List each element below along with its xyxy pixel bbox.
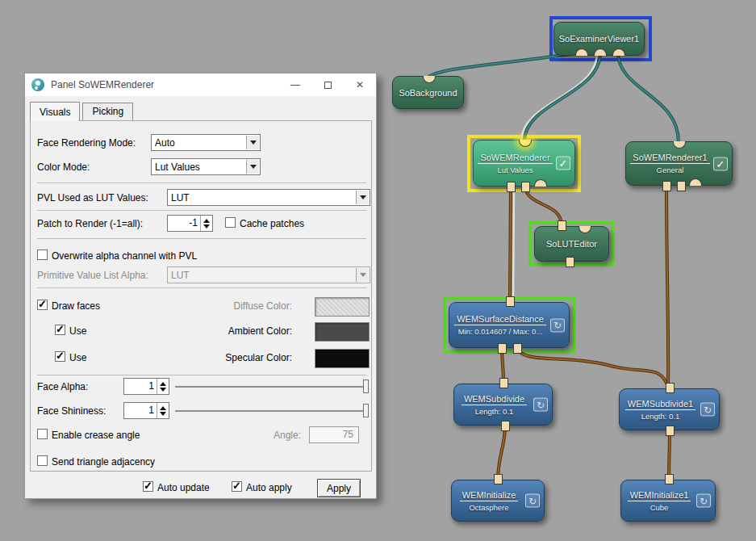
input-connector[interactable] bbox=[662, 181, 671, 191]
apply-button[interactable]: Apply bbox=[317, 479, 361, 497]
stepper-buttons[interactable] bbox=[157, 379, 169, 394]
face-alpha-stepper[interactable]: 1 bbox=[123, 378, 169, 395]
face-shininess-slider[interactable] bbox=[175, 402, 369, 419]
chevron-down-icon[interactable] bbox=[246, 136, 259, 149]
separator bbox=[37, 287, 366, 288]
pvl-lut-select[interactable]: LUT bbox=[167, 189, 370, 206]
input-connector[interactable] bbox=[513, 343, 522, 354]
color-mode-label: Color Mode: bbox=[37, 161, 90, 173]
node-sowemrenderer1[interactable]: SoWEMRenderer1 General bbox=[625, 141, 733, 186]
node-title: SoLUTEditor bbox=[546, 239, 597, 249]
output-connector[interactable] bbox=[673, 141, 686, 149]
output-connector[interactable] bbox=[519, 140, 532, 147]
node-weminitialize1[interactable]: WEMInitialize1 Cube bbox=[620, 480, 716, 522]
angle-field: 75 bbox=[309, 426, 359, 443]
face-shininess-stepper[interactable]: 1 bbox=[123, 402, 169, 419]
face-rendering-mode-value: Auto bbox=[155, 137, 175, 149]
wire-sowemrenderer1-viewer[interactable] bbox=[618, 52, 679, 142]
stepper-buttons[interactable] bbox=[157, 403, 169, 418]
patch-to-render-stepper[interactable]: -1 bbox=[167, 215, 213, 232]
slider-handle[interactable] bbox=[363, 404, 369, 417]
cache-patches-checkbox[interactable] bbox=[225, 217, 236, 228]
specular-color-swatch[interactable] bbox=[315, 349, 370, 368]
input-connector[interactable] bbox=[689, 178, 702, 186]
draw-faces-checkbox[interactable] bbox=[37, 300, 48, 310]
refresh-icon[interactable] bbox=[525, 494, 540, 508]
input-connector[interactable] bbox=[498, 343, 507, 354]
step-up-icon bbox=[160, 379, 166, 386]
output-connector[interactable] bbox=[666, 383, 675, 393]
node-enable-checkbox-icon[interactable] bbox=[713, 157, 728, 170]
wire-wemsurfacedistance-sowemrenderer[interactable] bbox=[510, 186, 511, 303]
color-mode-select[interactable]: Lut Values bbox=[151, 158, 261, 175]
patch-to-render-value: -1 bbox=[168, 216, 200, 231]
face-alpha-slider[interactable] bbox=[175, 378, 369, 395]
input-connector[interactable] bbox=[534, 179, 547, 187]
node-soexaminerviewer1[interactable]: SoExaminerViewer1 bbox=[553, 22, 645, 56]
node-wemsurfacedistance[interactable]: WEMSurfaceDistance Min: 0.014607 / Max: … bbox=[449, 302, 570, 348]
node-wemsubdivide[interactable]: WEMSubdivide Length: 0.1 bbox=[453, 384, 553, 426]
maximize-button[interactable] bbox=[311, 73, 344, 96]
input-connector[interactable] bbox=[677, 181, 686, 191]
node-title: SoExaminerViewer1 bbox=[559, 34, 639, 44]
face-shininess-label: Face Shininess: bbox=[37, 405, 106, 417]
node-title: WEMSurfaceDistance bbox=[454, 314, 546, 325]
face-rendering-mode-select[interactable]: Auto bbox=[151, 134, 261, 151]
wire-sobackground-viewer[interactable] bbox=[428, 52, 582, 78]
minimize-button[interactable]: — bbox=[279, 73, 311, 96]
pvl-alpha-label: Primitive Value List Alpha: bbox=[37, 270, 148, 281]
tab-visuals[interactable]: Visuals bbox=[30, 102, 80, 121]
chevron-down-icon[interactable] bbox=[356, 191, 369, 204]
use-specular-checkbox[interactable] bbox=[55, 351, 65, 362]
separator bbox=[37, 238, 366, 239]
node-sowemrenderer[interactable]: SoWEMRenderer Lut Values bbox=[473, 140, 575, 187]
node-wemsubdivide1[interactable]: WEMSubdivide1 Length: 0.1 bbox=[619, 388, 720, 430]
input-connector[interactable] bbox=[575, 48, 588, 56]
input-connector[interactable] bbox=[666, 426, 675, 436]
close-button[interactable]: ✕ bbox=[344, 73, 376, 96]
visuals-tab-pane: Face Rendering Mode: Auto Color Mode: Lu… bbox=[30, 120, 372, 472]
stepper-buttons[interactable] bbox=[200, 216, 212, 231]
tab-picking[interactable]: Picking bbox=[82, 103, 133, 120]
output-connector[interactable] bbox=[423, 76, 436, 83]
auto-update-checkbox[interactable] bbox=[143, 481, 153, 492]
separator bbox=[37, 375, 366, 375]
input-connector[interactable] bbox=[521, 182, 530, 192]
input-connector[interactable] bbox=[612, 48, 625, 56]
node-weminitialize[interactable]: WEMInitialize Octasphere bbox=[451, 480, 545, 522]
input-connector[interactable] bbox=[501, 421, 510, 431]
use-ambient-checkbox[interactable] bbox=[55, 325, 65, 335]
refresh-icon[interactable] bbox=[696, 494, 711, 508]
output-connector[interactable] bbox=[506, 296, 515, 307]
wire-weminitialize-wemsubdivide[interactable] bbox=[498, 426, 505, 480]
output-connector[interactable] bbox=[665, 474, 674, 484]
input-connector[interactable] bbox=[507, 182, 516, 192]
maximize-icon bbox=[324, 82, 332, 89]
overwrite-alpha-checkbox[interactable] bbox=[37, 250, 48, 260]
node-sobackground[interactable]: SoBackground bbox=[392, 76, 464, 109]
refresh-icon[interactable] bbox=[550, 318, 565, 332]
input-connector[interactable] bbox=[594, 48, 607, 56]
input-connector[interactable] bbox=[566, 257, 574, 267]
step-down-icon bbox=[160, 412, 166, 419]
enable-crease-angle-checkbox[interactable] bbox=[37, 429, 48, 439]
node-enable-checkbox-icon[interactable] bbox=[556, 157, 570, 170]
auto-apply-checkbox[interactable] bbox=[232, 481, 242, 492]
node-title: WEMInitialize bbox=[460, 490, 519, 501]
face-alpha-value: 1 bbox=[124, 379, 157, 394]
output-connector[interactable] bbox=[499, 378, 508, 388]
output-connector[interactable] bbox=[578, 226, 591, 233]
wire-weminitialize1-wemsubdivide1[interactable] bbox=[669, 430, 670, 480]
panel-window: Panel SoWEMRenderer — ✕ Visuals Picking … bbox=[24, 73, 377, 499]
output-connector[interactable] bbox=[494, 474, 503, 484]
ambient-color-swatch[interactable] bbox=[315, 322, 370, 342]
connection-highlight-wemsurfacedistance-sowemrenderer bbox=[513, 186, 514, 303]
output-connector[interactable] bbox=[558, 220, 566, 231]
slider-handle[interactable] bbox=[363, 380, 369, 393]
send-triangle-adjacency-checkbox[interactable] bbox=[37, 455, 48, 466]
refresh-icon[interactable] bbox=[533, 398, 548, 412]
chevron-down-icon[interactable] bbox=[246, 160, 259, 174]
node-soluteditor[interactable]: SoLUTEditor bbox=[534, 226, 609, 262]
refresh-icon[interactable] bbox=[700, 403, 715, 417]
window-titlebar[interactable]: Panel SoWEMRenderer — ✕ bbox=[25, 73, 376, 96]
